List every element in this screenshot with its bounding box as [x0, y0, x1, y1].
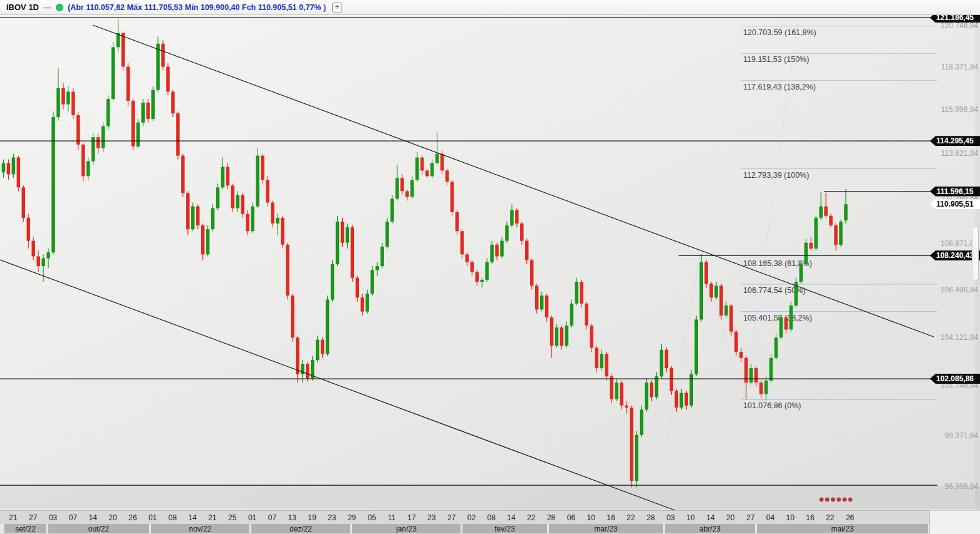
candlestick-chart-canvas[interactable]: 120.703,59 (161,8%)119.151,53 (150%)117.…: [0, 0, 980, 534]
candle-body: [685, 393, 689, 406]
candle-body: [201, 225, 205, 254]
time-axis-day-label: 10: [587, 513, 595, 522]
candle-body: [550, 317, 554, 346]
time-axis-month-segment: set/22: [4, 524, 46, 533]
time-axis-day-label: 14: [89, 513, 97, 522]
candle-body: [430, 163, 434, 177]
candle-body: [321, 340, 325, 354]
time-axis-day-label: 10: [687, 513, 695, 522]
event-marker-dot[interactable]: [848, 498, 853, 502]
candle-body: [834, 225, 838, 245]
time-axis-day-label: 27: [746, 513, 754, 522]
time-axis-month-row[interactable]: set/22out/22nov/22dez/22jan/23fev/23mar/…: [0, 524, 929, 533]
candle-body: [729, 306, 733, 332]
candle-body: [410, 180, 414, 197]
candle-body: [630, 408, 633, 481]
candle-body: [176, 113, 180, 155]
candle-body: [107, 99, 110, 126]
candle-body: [520, 223, 524, 241]
event-marker-dot[interactable]: [831, 498, 835, 502]
candle-body: [141, 103, 145, 123]
candle-body: [365, 294, 369, 312]
time-axis-day-label: 23: [328, 513, 336, 522]
candle-body: [296, 337, 300, 374]
candle-body: [500, 241, 504, 257]
candle-body: [466, 254, 469, 262]
event-marker-dot[interactable]: [825, 498, 830, 502]
candle-body: [625, 406, 628, 408]
candle-body: [395, 178, 399, 198]
candle-body: [420, 158, 424, 171]
candle-body: [785, 317, 788, 329]
candle-body: [530, 260, 534, 286]
candle-body: [56, 88, 60, 117]
candle-body: [346, 227, 350, 243]
candle-body: [46, 252, 50, 258]
candle-body: [425, 170, 429, 176]
time-axis[interactable]: 2127030714202601081421250107131923290511…: [0, 510, 929, 534]
time-axis-day-label: 16: [607, 513, 615, 522]
candle-body: [241, 195, 245, 213]
time-axis-day-label: 04: [766, 513, 774, 522]
candle-body: [585, 304, 588, 326]
time-axis-day-label: 19: [308, 513, 316, 522]
event-marker-dot[interactable]: [842, 498, 847, 502]
candle-body: [774, 337, 778, 357]
trendline[interactable]: [93, 25, 934, 337]
candle-body: [471, 262, 474, 272]
candle-body: [535, 285, 539, 309]
candle-body: [495, 245, 499, 257]
candle-body: [555, 327, 559, 346]
time-axis-day-label: 05: [368, 513, 376, 522]
candle-body: [251, 207, 255, 232]
candle-body: [266, 180, 269, 202]
candle-body: [291, 295, 295, 337]
candle-body: [635, 435, 639, 481]
candle-body: [660, 350, 664, 377]
candle-body: [475, 272, 479, 282]
candle-body: [680, 393, 684, 408]
event-marker-dot[interactable]: [820, 498, 824, 502]
time-axis-day-row[interactable]: 2127030714202601081421250107131923290511…: [0, 511, 929, 524]
time-axis-month-segment: out/22: [48, 524, 149, 533]
candle-body: [461, 231, 464, 254]
candle-body: [41, 259, 45, 266]
candle-body: [844, 204, 848, 220]
time-axis-month-segment: mar/23: [549, 524, 663, 533]
ohlc-summary-label: (Abr 110.057,62 Máx 111.705,53 Mín 109.9…: [68, 3, 326, 12]
candle-body: [759, 383, 763, 394]
candle-body: [665, 350, 669, 368]
add-indicator-button[interactable]: +: [332, 3, 342, 13]
candle-body: [276, 218, 279, 223]
series-status-dot-icon: [56, 4, 63, 11]
time-axis-day-label: 14: [706, 513, 714, 522]
candle-body: [545, 295, 549, 317]
candle-body: [435, 154, 439, 163]
candle-body: [356, 278, 360, 298]
candle-body: [226, 167, 230, 185]
time-axis-day-label: 08: [487, 513, 496, 522]
candle-body: [480, 280, 484, 282]
candle-body: [221, 167, 225, 187]
candle-body: [505, 225, 509, 241]
candle-body: [515, 210, 519, 223]
axis-corner: [929, 510, 980, 534]
time-axis-day-label: 22: [627, 513, 635, 522]
candle-body: [231, 185, 235, 208]
candle-body: [12, 158, 16, 175]
time-axis-day-label: 20: [726, 513, 734, 522]
candle-body: [102, 126, 105, 148]
candle-body: [814, 218, 818, 249]
event-marker-dot[interactable]: [837, 498, 841, 502]
time-axis-day-label: 14: [507, 513, 515, 522]
fib-level-label: 112.793,39 (100%): [743, 171, 809, 180]
candle-body: [390, 198, 394, 221]
candle-body: [76, 115, 80, 145]
candle-body: [27, 218, 31, 241]
symbol-timeframe-label[interactable]: IBOV 1D: [6, 3, 39, 12]
candle-body: [440, 154, 444, 171]
time-axis-day-label: 26: [128, 513, 137, 522]
candle-body: [236, 195, 240, 208]
candle-body: [375, 266, 379, 270]
candle-body: [156, 44, 160, 90]
